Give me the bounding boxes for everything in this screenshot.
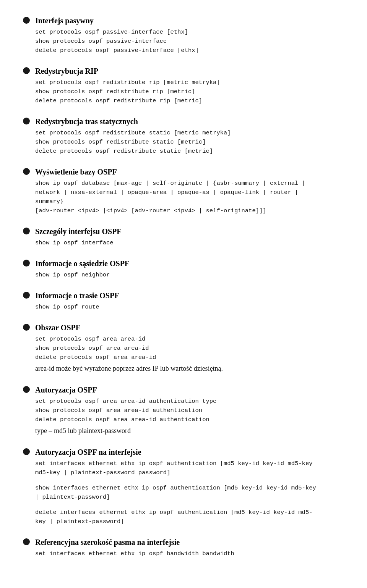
section-szczegoly-interfejsu: Szczegóły interfejsu OSPF show ip ospf i… — [23, 226, 348, 247]
section-title: Szczegóły interfejsu OSPF — [35, 226, 122, 237]
section-title: Wyświetlenie bazy OSPF — [35, 166, 117, 177]
section-title: Informacje o sąsiedzie OSPF — [35, 258, 129, 269]
bullet-icon — [23, 538, 30, 545]
section-header: Wyświetlenie bazy OSPF — [23, 166, 348, 177]
page-content: Interfejs pasywny set protocols ospf pas… — [23, 15, 348, 558]
code-block: set protocols ospf area area-id show pro… — [35, 334, 348, 362]
bullet-icon — [23, 324, 30, 331]
section-redystrybucja-tras: Redystrybucja tras statycznych set proto… — [23, 116, 348, 156]
section-header: Obszar OSPF — [23, 322, 348, 333]
bullet-icon — [23, 448, 30, 455]
code-block: show ip ospf interface — [35, 238, 348, 247]
section-header: Informacje o sąsiedzie OSPF — [23, 258, 348, 269]
section-title: Autoryzacja OSPF na interfejsie — [35, 447, 141, 457]
code-block-2: show interfaces ethernet ethx ip ospf au… — [35, 483, 348, 502]
bullet-icon — [23, 168, 30, 175]
section-header: Szczegóły interfejsu OSPF — [23, 226, 348, 237]
section-header: Interfejs pasywny — [23, 15, 348, 26]
code-block: set protocols ospf redistribute rip [met… — [35, 78, 348, 105]
section-title: Informacje o trasie OSPF — [35, 290, 119, 301]
section-header: Autoryzacja OSPF — [23, 384, 348, 395]
bullet-icon — [23, 260, 30, 267]
section-title: Obszar OSPF — [35, 322, 80, 333]
section-title: Referencyjna szerokość pasma na interfej… — [35, 537, 180, 548]
section-informacje-trasa: Informacje o trasie OSPF show ip ospf ro… — [23, 290, 348, 312]
bullet-icon — [23, 118, 30, 124]
code-block-1: set interfaces ethernet ethx ip ospf aut… — [35, 459, 348, 477]
section-title: Autoryzacja OSPF — [35, 384, 97, 395]
bullet-icon — [23, 17, 30, 24]
section-autoryzacja-interfejs: Autoryzacja OSPF na interfejsie set inte… — [23, 447, 348, 526]
section-interfejs-pasywny: Interfejs pasywny set protocols ospf pas… — [23, 15, 348, 55]
code-block: set interfaces ethernet ethx ip ospf ban… — [35, 549, 348, 558]
code-block: show ip ospf route — [35, 302, 348, 312]
code-block: show ip ospf neighbor — [35, 270, 348, 279]
section-obszar-ospf: Obszar OSPF set protocols ospf area area… — [23, 322, 348, 374]
code-block-3: delete interfaces ethernet ethx ip ospf … — [35, 508, 348, 526]
section-title: Interfejs pasywny — [35, 15, 94, 26]
section-wyswietlenie-bazy: Wyświetlenie bazy OSPF show ip ospf data… — [23, 166, 348, 215]
bullet-icon — [23, 228, 30, 234]
prose-text: area-id może być wyrażone poprzez adres … — [35, 363, 348, 374]
code-block: show ip ospf database [max-age | self-or… — [35, 179, 348, 215]
bullet-icon — [23, 292, 30, 299]
section-informacje-sasiad: Informacje o sąsiedzie OSPF show ip ospf… — [23, 258, 348, 279]
prose-text: type – md5 lub plaintext-password — [35, 426, 348, 436]
section-header: Informacje o trasie OSPF — [23, 290, 348, 301]
section-header: Autoryzacja OSPF na interfejsie — [23, 447, 348, 457]
section-header: Redystrybucja tras statycznych — [23, 116, 348, 127]
code-block: set protocols ospf passive-interface [et… — [35, 27, 348, 55]
code-block: set protocols ospf redistribute static [… — [35, 128, 348, 156]
bullet-icon — [23, 386, 30, 393]
bullet-icon — [23, 67, 30, 74]
code-block: set protocols ospf area area-id authenti… — [35, 397, 348, 424]
section-title: Redystrybucja tras statycznych — [35, 116, 138, 127]
section-title: Redystrybucja RIP — [35, 66, 98, 76]
section-autoryzacja-ospf: Autoryzacja OSPF set protocols ospf area… — [23, 384, 348, 436]
section-redystrybucja-rip: Redystrybucja RIP set protocols ospf red… — [23, 66, 348, 105]
section-header: Redystrybucja RIP — [23, 66, 348, 76]
section-referencyjna-szerokosc: Referencyjna szerokość pasma na interfej… — [23, 537, 348, 558]
section-header: Referencyjna szerokość pasma na interfej… — [23, 537, 348, 548]
